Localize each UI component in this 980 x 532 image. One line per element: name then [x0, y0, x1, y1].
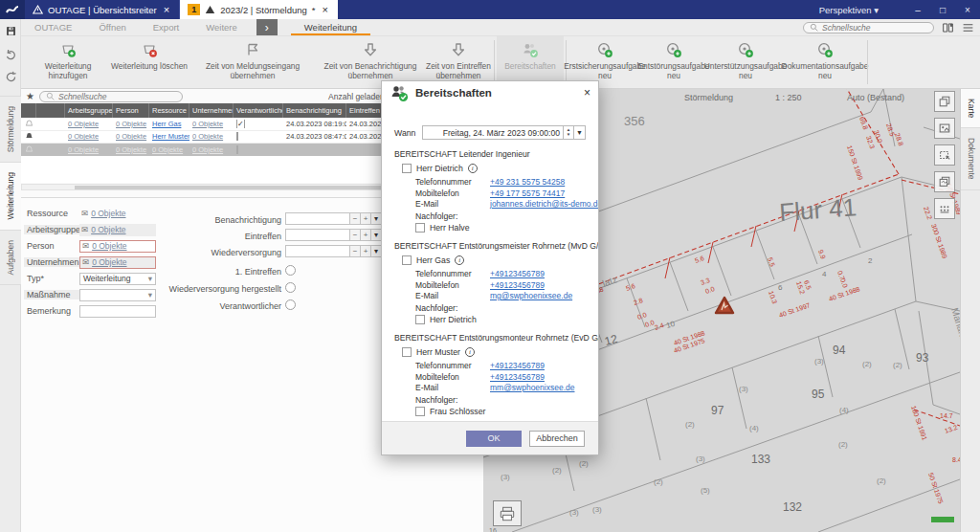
window-close-button[interactable]: ×	[955, 5, 980, 15]
ressource-link[interactable]: 0 Objekte	[152, 145, 183, 154]
nachfolger-checkbox-row[interactable]: Frau Schlösser	[415, 407, 586, 416]
person-checkbox[interactable]	[402, 347, 412, 357]
nachfolger-checkbox-row[interactable]: Herr Halve	[415, 223, 586, 233]
menu-weitere[interactable]: Weitere	[192, 19, 251, 35]
right-tab-karte[interactable]: Karte	[961, 89, 980, 128]
tab-close-icon[interactable]: ×	[321, 4, 330, 15]
person-checkbox-row[interactable]: Herr Gas i	[402, 255, 586, 265]
select-area-tool-button[interactable]	[934, 144, 955, 166]
side-tab-weiterleitung[interactable]: Weiterleitung	[0, 163, 21, 230]
dialog-close-button[interactable]: ×	[584, 86, 590, 100]
erstes-eintreffen-checkbox[interactable]	[285, 265, 296, 276]
ressource-link[interactable]: Herr Muster	[152, 132, 189, 141]
person-link[interactable]: 0 Objekte	[116, 145, 146, 154]
window-maximize-button[interactable]: □	[930, 5, 955, 15]
grid-tool-button[interactable]	[934, 198, 955, 219]
mobil-link[interactable]: +49123456789	[490, 372, 586, 382]
verantwortlicher-checkbox[interactable]	[236, 145, 238, 154]
abbrechen-button[interactable]: Abbrechen	[529, 431, 585, 447]
tab-uebersichtsreiter[interactable]: OUTAGE | Übersichtsreiter ×	[25, 0, 180, 19]
layers-tool-button[interactable]	[934, 91, 955, 112]
wiederversorgung-stepper[interactable]: −+▾	[285, 245, 382, 257]
nachfolger-checkbox[interactable]	[415, 407, 425, 416]
telefon-link[interactable]: +49123456789	[490, 361, 586, 370]
unternehmen-link[interactable]: 0 Objekte	[192, 145, 223, 154]
wann-datetime-field[interactable]: Freitag, 24. März 2023 09:00:00	[422, 125, 564, 140]
unterstuetzungsaufgabe-button[interactable]: Unterstützungsaufgabe neu	[706, 36, 785, 88]
ribbon-back-button[interactable]: ›	[256, 19, 278, 35]
handbook-icon[interactable]	[942, 22, 954, 33]
person-checkbox[interactable]	[402, 255, 412, 265]
undo-button[interactable]	[0, 42, 21, 65]
menu-oeffnen[interactable]: Öffnen	[85, 19, 139, 35]
nachfolger-checkbox[interactable]	[415, 315, 425, 324]
unternehmen-link[interactable]: 0 Objekte	[192, 120, 223, 128]
person-checkbox[interactable]	[402, 164, 412, 173]
mobil-link[interactable]: +49 177 5575 74417	[490, 188, 598, 198]
verantwortlicher-checkbox[interactable]: ✓	[236, 120, 245, 128]
side-tab-aufgaben[interactable]: Aufgaben	[0, 231, 21, 285]
zeit-meldungseingang-button[interactable]: Zeit von Meldungseingang übernehmen	[189, 36, 316, 88]
unternehmen-link[interactable]: 0 Objekte	[192, 132, 223, 141]
print-map-button[interactable]	[493, 500, 522, 526]
bemerkung-input[interactable]	[79, 305, 156, 318]
ribbon-tab-weiterleitung[interactable]: Weiterleitung	[291, 19, 370, 35]
entstoerungsaufgabe-button[interactable]: Entstörungsaufgabe neu	[641, 36, 706, 88]
person-checkbox-row[interactable]: Herr Dietrich i	[402, 164, 586, 173]
arbeitsgruppe-objekte-link[interactable]: 0 Objekte	[91, 225, 125, 234]
hamburger-menu-icon[interactable]	[962, 22, 974, 33]
ressource-link[interactable]: Herr Gas	[152, 120, 181, 128]
telefon-link[interactable]: +49123456789	[490, 269, 586, 278]
right-tab-dokumente[interactable]: Dokumente	[961, 128, 980, 189]
info-icon[interactable]: i	[455, 255, 464, 265]
tab-stoermeldung[interactable]: 1 2023/2 | Störmeldung * ×	[180, 0, 338, 19]
email-link[interactable]: mm@swphoenixsee.de	[490, 383, 586, 392]
massnahme-select[interactable]: ▾	[79, 289, 156, 301]
side-tab-stoermeldung[interactable]: Störmeldung	[0, 97, 21, 163]
person-objekte-link[interactable]: 0 Objekte	[92, 241, 126, 251]
nachfolger-checkbox-row[interactable]: Herr Dietrich	[415, 315, 586, 324]
schnellsuche-box[interactable]	[803, 22, 934, 33]
verantwortlicher-checkbox[interactable]	[236, 132, 238, 141]
benachrichtigung-stepper[interactable]: −+▾	[285, 212, 382, 225]
eintreffen-stepper[interactable]: −+▾	[285, 229, 382, 241]
list-search-input[interactable]	[58, 92, 154, 101]
ok-button[interactable]: OK	[466, 431, 522, 447]
datetime-dropdown-button[interactable]: ▼	[574, 125, 586, 140]
mobil-link[interactable]: +49123456789	[490, 280, 586, 290]
arbeitsgruppe-link[interactable]: 0 Objekte	[68, 145, 99, 154]
verantwortlicher-form-checkbox[interactable]	[285, 299, 296, 310]
perspektiven-menu[interactable]: Perspektiven ▾	[819, 5, 879, 15]
person-link[interactable]: 0 Objekte	[116, 120, 146, 128]
ressource-objekte-link[interactable]: 0 Objekte	[91, 209, 125, 218]
datetime-spinner[interactable]: ▲▼	[564, 125, 574, 140]
dokumentationsaufgabe-button[interactable]: Dokumentationsaufgabe neu	[785, 36, 865, 88]
tab-close-icon[interactable]: ×	[162, 4, 171, 15]
arbeitsgruppe-link[interactable]: 0 Objekte	[68, 132, 99, 141]
weiterleitung-hinzufuegen-button[interactable]: Weiterleitung hinzufügen	[27, 36, 109, 88]
arbeitsgruppe-link[interactable]: 0 Objekte	[68, 120, 99, 128]
typ-select[interactable]: Weiterleitung▾	[79, 273, 156, 285]
window-minimize-button[interactable]: –	[905, 5, 930, 15]
telefon-link[interactable]: +49 231 5575 54258	[490, 177, 598, 187]
weiterleitung-loeschen-button[interactable]: Weiterleitung löschen	[109, 36, 189, 88]
person-link[interactable]: 0 Objekte	[116, 132, 146, 141]
menu-outage[interactable]: OUTAGE	[21, 19, 85, 35]
menu-export[interactable]: Export	[140, 19, 192, 35]
wiederversorgung-hergestellt-checkbox[interactable]	[285, 282, 296, 293]
legend-tool-button[interactable]	[934, 118, 955, 139]
info-icon[interactable]: i	[465, 347, 475, 357]
email-link[interactable]: johannes.dietrich@its-demo.de	[490, 199, 598, 209]
refresh-button[interactable]	[0, 65, 21, 88]
copy-map-tool-button[interactable]	[934, 171, 955, 192]
schnellsuche-input[interactable]	[822, 23, 927, 33]
save-button[interactable]	[0, 19, 21, 42]
scrollbar-thumb[interactable]	[75, 186, 391, 189]
unternehmen-objekte-link[interactable]: 0 Objekte	[92, 257, 126, 267]
email-link[interactable]: mg@swphoenixsee.de	[490, 291, 586, 300]
favorite-star-icon[interactable]: ★	[26, 91, 34, 101]
info-icon[interactable]: i	[468, 164, 478, 173]
nachfolger-checkbox[interactable]	[415, 223, 425, 233]
list-search-box[interactable]	[39, 91, 183, 102]
person-checkbox-row[interactable]: Herr Muster i	[402, 347, 586, 357]
